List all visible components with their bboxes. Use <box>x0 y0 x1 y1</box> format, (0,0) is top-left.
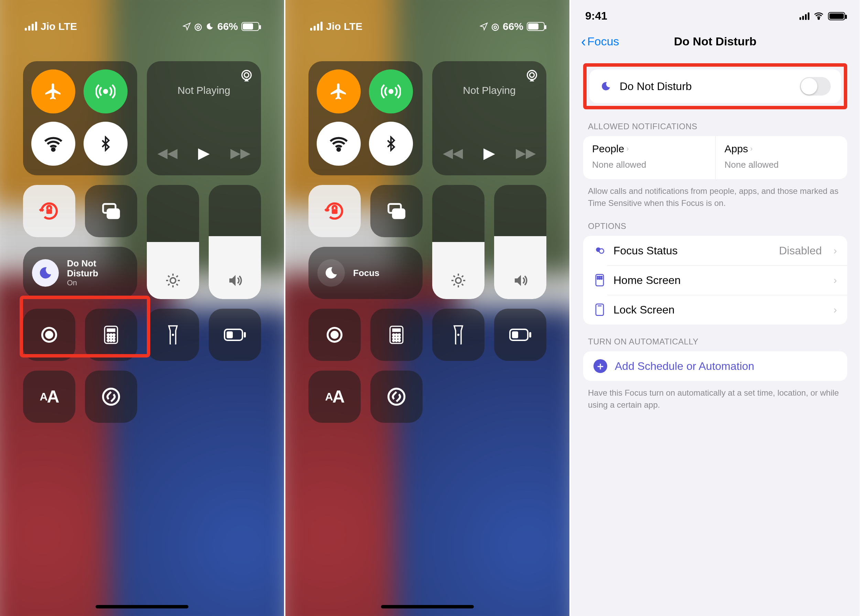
home-screen-icon <box>593 274 606 286</box>
media-next-button[interactable]: ▶▶ <box>516 145 536 160</box>
media-prev-button[interactable]: ◀◀ <box>157 145 178 160</box>
svg-point-29 <box>529 73 534 77</box>
svg-point-42 <box>395 336 398 339</box>
svg-point-52 <box>818 18 819 19</box>
airplane-mode-button[interactable] <box>317 69 361 113</box>
low-power-button[interactable] <box>494 309 546 361</box>
media-play-button[interactable]: ▶ <box>198 144 210 162</box>
svg-rect-49 <box>529 332 531 338</box>
volume-icon <box>512 272 529 289</box>
focus-status-row[interactable]: Focus Status Disabled › <box>583 236 847 266</box>
status-bar: 9:41 <box>571 0 859 27</box>
signal-icon <box>800 13 809 20</box>
allowed-apps[interactable]: Apps› None allowed <box>715 136 847 179</box>
home-screen-row[interactable]: Home Screen › <box>583 266 847 295</box>
carrier-label: Jio LTE <box>326 20 362 32</box>
section-header-options: OPTIONS <box>583 209 847 236</box>
svg-point-61 <box>601 278 602 279</box>
focus-title: Do Not Disturb <box>67 259 128 278</box>
chevron-right-icon: › <box>834 245 837 256</box>
home-indicator[interactable] <box>96 605 189 608</box>
svg-point-1 <box>52 148 54 151</box>
cellular-data-button[interactable] <box>369 69 413 113</box>
section-header-allowed: ALLOWED NOTIFICATIONS <box>583 109 847 136</box>
nav-bar: ‹ Focus Do Not Disturb <box>571 27 859 58</box>
text-size-button[interactable]: AA <box>23 371 75 423</box>
media-play-button[interactable]: ▶ <box>483 144 495 162</box>
cellular-data-button[interactable] <box>83 69 127 113</box>
airplay-icon[interactable] <box>240 69 253 83</box>
chevron-left-icon: ‹ <box>581 35 586 49</box>
wifi-button[interactable] <box>317 122 361 166</box>
media-platter[interactable]: Not Playing ◀◀ ▶ ▶▶ <box>147 61 261 175</box>
media-prev-button[interactable]: ◀◀ <box>443 145 463 160</box>
svg-point-28 <box>527 71 537 80</box>
dnd-toggle-row[interactable]: Do Not Disturb <box>589 69 841 103</box>
allowed-people-sub: None allowed <box>592 159 706 170</box>
orientation-lock-button[interactable] <box>309 185 361 237</box>
flashlight-button[interactable] <box>432 309 485 361</box>
back-button[interactable]: ‹ Focus <box>581 35 619 49</box>
volume-icon <box>227 272 243 289</box>
wifi-button[interactable] <box>31 122 75 166</box>
back-label: Focus <box>587 35 619 48</box>
shazam-button[interactable] <box>370 371 423 423</box>
svg-point-39 <box>395 334 398 336</box>
focus-toggle-off[interactable]: Focus <box>309 247 423 299</box>
highlight-dnd-toggle: Do Not Disturb <box>583 63 847 109</box>
svg-point-35 <box>332 332 338 338</box>
svg-point-58 <box>601 277 602 277</box>
svg-point-41 <box>393 336 395 339</box>
airplay-icon[interactable] <box>525 69 539 83</box>
screen-mirroring-button[interactable] <box>85 185 137 237</box>
flashlight-button[interactable] <box>147 309 199 361</box>
brightness-slider[interactable] <box>147 185 199 299</box>
svg-rect-37 <box>392 328 401 332</box>
calculator-button[interactable] <box>370 309 423 361</box>
svg-point-0 <box>104 90 107 93</box>
lock-screen-row[interactable]: Lock Screen › <box>583 295 847 325</box>
svg-rect-23 <box>244 332 246 338</box>
text-size-button[interactable]: AA <box>309 371 361 423</box>
auto-footer: Have this Focus turn on automatically at… <box>583 381 847 411</box>
location-icon <box>480 22 488 31</box>
control-center-dnd-on: Jio LTE ◎ 66% <box>0 0 284 616</box>
svg-point-25 <box>103 389 119 405</box>
svg-point-27 <box>337 148 340 151</box>
svg-rect-24 <box>227 332 233 338</box>
shazam-button[interactable] <box>85 371 137 423</box>
airplane-mode-button[interactable] <box>31 69 75 113</box>
svg-point-43 <box>398 336 400 339</box>
media-next-button[interactable]: ▶▶ <box>230 145 250 160</box>
bluetooth-button[interactable] <box>369 122 413 166</box>
moon-icon <box>32 259 59 287</box>
focus-toggle-dnd-on[interactable]: Do Not Disturb On <box>23 247 137 299</box>
volume-slider[interactable] <box>494 185 546 299</box>
bluetooth-button[interactable] <box>83 122 127 166</box>
orientation-lock-button[interactable] <box>23 185 75 237</box>
allowed-people[interactable]: People› None allowed <box>583 136 715 179</box>
screen-mirroring-button[interactable] <box>370 185 423 237</box>
brightness-slider[interactable] <box>432 185 485 299</box>
dnd-toggle[interactable] <box>800 77 831 96</box>
svg-point-60 <box>599 278 600 279</box>
svg-rect-6 <box>108 209 119 218</box>
svg-point-7 <box>170 278 176 283</box>
home-indicator[interactable] <box>381 605 474 608</box>
svg-rect-30 <box>332 209 338 214</box>
plus-icon: ＋ <box>593 359 607 373</box>
moon-icon <box>206 22 214 31</box>
battery-percent: 66% <box>217 20 238 32</box>
svg-point-47 <box>457 334 460 336</box>
status-bar: Jio LTE ◎ 66% <box>310 20 545 32</box>
low-power-button[interactable] <box>209 309 261 361</box>
add-automation-row[interactable]: ＋ Add Schedule or Automation <box>583 351 847 381</box>
svg-rect-4 <box>46 209 52 214</box>
battery-percent: 66% <box>503 20 523 32</box>
screen-record-button[interactable] <box>309 309 361 361</box>
svg-point-45 <box>395 339 398 342</box>
volume-slider[interactable] <box>209 185 261 299</box>
lock-screen-icon <box>593 303 606 316</box>
media-platter[interactable]: Not Playing ◀◀ ▶ ▶▶ <box>432 61 546 175</box>
svg-point-57 <box>599 277 600 277</box>
